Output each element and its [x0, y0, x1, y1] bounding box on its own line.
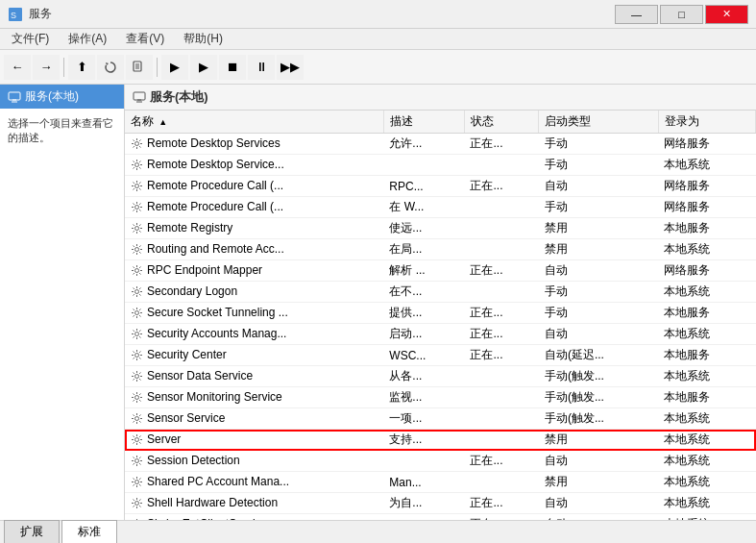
service-login: 本地系统: [658, 430, 755, 451]
sort-arrow-name: ▲: [159, 117, 167, 127]
col-startup[interactable]: 启动类型: [539, 111, 659, 134]
gear-icon: [131, 222, 144, 235]
gear-icon: [131, 433, 144, 447]
back-button[interactable]: ←: [4, 55, 31, 80]
service-desc: 允许...: [383, 134, 464, 155]
resume-service-button[interactable]: ▶▶: [277, 55, 304, 80]
close-button[interactable]: ✕: [705, 5, 748, 24]
tab-expand[interactable]: 扩展: [4, 520, 60, 543]
tab-standard[interactable]: 标准: [61, 520, 117, 543]
table-row[interactable]: Shared PC Account Mana...Man...禁用本地系统: [125, 472, 756, 493]
table-row[interactable]: RPC Endpoint Mapper解析 ...正在...自动网络服务: [125, 260, 756, 282]
right-panel-title: 服务(本地): [150, 88, 208, 106]
service-desc: 启动...: [383, 324, 464, 345]
menu-bar: 文件(F) 操作(A) 查看(V) 帮助(H): [0, 29, 756, 50]
service-status: 正在...: [464, 134, 538, 155]
start-service-button2[interactable]: ▶: [190, 55, 217, 80]
service-desc: 使远...: [383, 218, 464, 239]
service-name: Shared PC Account Mana...: [125, 472, 383, 493]
service-status: [464, 430, 538, 451]
left-panel-description: 选择一个项目来查看它的描述。: [0, 109, 124, 520]
gear-icon: [131, 370, 144, 383]
forward-button[interactable]: →: [33, 55, 60, 80]
table-row[interactable]: Remote Desktop Service...手动本地系统: [125, 155, 756, 176]
table-row[interactable]: Session Detection正在...自动本地系统: [125, 451, 756, 472]
col-status[interactable]: 状态: [464, 111, 538, 134]
service-desc: [383, 155, 464, 176]
table-row[interactable]: Sensor Monitoring Service监视...手动(触发...本地…: [125, 387, 756, 408]
col-login[interactable]: 登录为: [658, 111, 755, 134]
svg-rect-7: [9, 92, 20, 100]
service-desc: 在局...: [383, 239, 464, 260]
maximize-button[interactable]: □: [660, 5, 703, 24]
svg-point-14: [135, 162, 139, 166]
menu-help[interactable]: 帮助(H): [176, 29, 231, 49]
table-row[interactable]: Sensor Service一项...手动(触发...本地系统: [125, 408, 756, 430]
menu-action[interactable]: 操作(A): [61, 29, 114, 49]
minimize-button[interactable]: —: [615, 5, 658, 24]
service-desc: WSC...: [383, 345, 464, 366]
service-name: Remote Procedure Call (...: [125, 176, 383, 197]
service-login: 本地系统: [658, 282, 755, 303]
svg-point-26: [135, 416, 139, 420]
pause-service-button[interactable]: ⏸: [248, 55, 275, 80]
svg-point-23: [135, 353, 139, 357]
main-container: 服务(本地) 选择一个项目来查看它的描述。 服务(本地) 名称 ▲: [0, 85, 756, 520]
start-service-button[interactable]: ▶: [161, 55, 188, 80]
right-panel: 服务(本地) 名称 ▲ 描述 状态 启动类型 登录为: [125, 85, 756, 520]
service-startup: 禁用: [539, 472, 659, 493]
table-row[interactable]: Skylar EntClientServiceQiAn...正在...自动本地系…: [125, 514, 756, 521]
computer-icon: [8, 90, 21, 104]
service-name: Sensor Data Service: [125, 366, 383, 387]
table-row[interactable]: Remote Registry使远...禁用本地服务: [125, 218, 756, 239]
svg-point-21: [135, 310, 139, 314]
table-row[interactable]: Remote Procedure Call (...RPC...正在...自动网…: [125, 176, 756, 197]
service-login: 本地系统: [658, 472, 755, 493]
table-row[interactable]: Secure Socket Tunneling ...提供...正在...手动本…: [125, 303, 756, 324]
service-status: 正在...: [464, 260, 538, 282]
toolbar-separator-1: [63, 58, 64, 77]
table-row[interactable]: Routing and Remote Acc...在局...禁用本地系统: [125, 239, 756, 260]
service-status: 正在...: [464, 345, 538, 366]
service-desc: 在不...: [383, 282, 464, 303]
svg-point-20: [135, 289, 139, 293]
table-row[interactable]: Remote Desktop Services允许...正在...手动网络服务: [125, 134, 756, 155]
svg-point-30: [135, 501, 139, 505]
gear-icon: [131, 243, 144, 257]
service-login: 本地系统: [658, 324, 755, 345]
service-status: 正在...: [464, 176, 538, 197]
service-login: 本地系统: [658, 493, 755, 514]
service-startup: 手动(触发...: [539, 408, 659, 430]
service-startup: 自动: [539, 451, 659, 472]
gear-icon: [131, 391, 144, 405]
refresh-button[interactable]: [97, 55, 124, 80]
service-name: Security Accounts Manag...: [125, 324, 383, 345]
menu-view[interactable]: 查看(V): [118, 29, 172, 49]
gear-icon: [131, 137, 144, 151]
services-table: 名称 ▲ 描述 状态 启动类型 登录为 Remote Desktop Servi…: [125, 111, 756, 520]
service-status: [464, 155, 538, 176]
gear-icon: [131, 159, 144, 172]
gear-icon: [131, 264, 144, 278]
services-table-container[interactable]: 名称 ▲ 描述 状态 启动类型 登录为 Remote Desktop Servi…: [125, 111, 756, 520]
col-desc[interactable]: 描述: [383, 111, 464, 134]
properties-button[interactable]: [126, 55, 153, 80]
service-name: Remote Desktop Services: [125, 134, 383, 155]
table-row[interactable]: Remote Procedure Call (...在 W...手动网络服务: [125, 197, 756, 218]
table-row[interactable]: Security CenterWSC...正在...自动(延迟...本地服务: [125, 345, 756, 366]
toolbar: ← → ⬆ ▶ ▶ ⏹ ⏸ ▶▶: [0, 50, 756, 85]
svg-point-18: [135, 247, 139, 251]
stop-service-button[interactable]: ⏹: [219, 55, 246, 80]
table-row[interactable]: Server支持...禁用本地系统: [125, 430, 756, 451]
gear-icon: [131, 412, 144, 426]
col-name[interactable]: 名称 ▲: [125, 111, 383, 134]
menu-file[interactable]: 文件(F): [4, 29, 57, 49]
up-button[interactable]: ⬆: [68, 55, 95, 80]
table-row[interactable]: Secondary Logon在不...手动本地系统: [125, 282, 756, 303]
window-controls: — □ ✕: [615, 5, 748, 24]
service-startup: 手动: [539, 303, 659, 324]
table-row[interactable]: Security Accounts Manag...启动...正在...自动本地…: [125, 324, 756, 345]
table-row[interactable]: Shell Hardware Detection为自...正在...自动本地系统: [125, 493, 756, 514]
table-row[interactable]: Sensor Data Service从各...手动(触发...本地系统: [125, 366, 756, 387]
service-desc: Man...: [383, 472, 464, 493]
